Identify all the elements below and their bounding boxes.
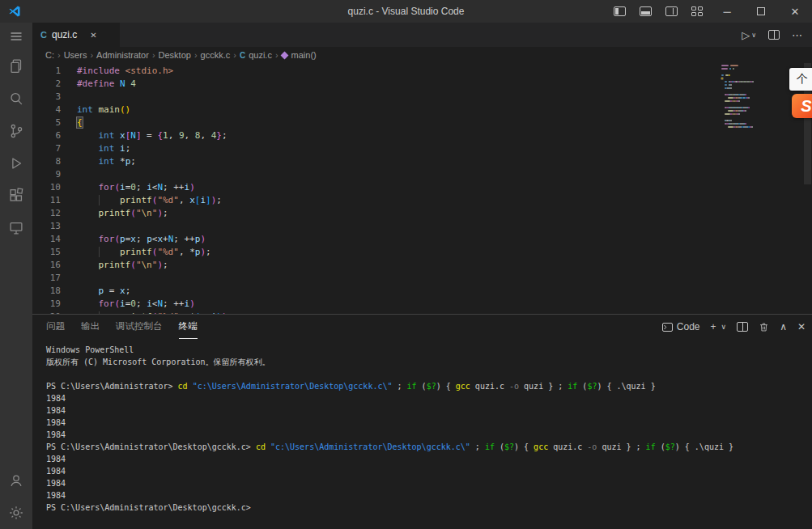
menu-icon[interactable]	[0, 23, 32, 50]
search-icon[interactable]	[0, 83, 32, 115]
new-terminal-button[interactable]: +	[711, 321, 716, 332]
maximize-button[interactable]	[744, 0, 778, 23]
tab-bar: C quzi.c ✕ ▷∨ ⋯	[32, 23, 812, 47]
code-line[interactable]: int i;	[77, 142, 812, 155]
close-button[interactable]: ✕	[778, 0, 812, 23]
line-number[interactable]: 4	[32, 104, 61, 116]
toggle-panel-icon[interactable]	[632, 0, 658, 23]
line-number[interactable]: 5	[32, 116, 61, 129]
breadcrumb-item[interactable]: C:	[45, 50, 54, 60]
more-actions-icon[interactable]: ⋯	[792, 29, 802, 41]
line-number[interactable]: 10	[32, 181, 61, 194]
accounts-icon[interactable]	[0, 464, 32, 497]
breadcrumb-label: C:	[45, 50, 54, 60]
code-line[interactable]: printf("%d", *(p+i));	[77, 311, 812, 314]
code-line[interactable]: printf("%d", x[i]);	[77, 194, 812, 207]
toggle-sidebar-icon[interactable]	[606, 0, 632, 23]
terminal-profile-button[interactable]: Code	[662, 321, 700, 332]
tab-close-icon[interactable]: ✕	[90, 31, 96, 40]
minimap-line	[721, 116, 799, 118]
line-number[interactable]: 14	[32, 233, 61, 246]
line-number[interactable]: 9	[32, 168, 61, 181]
code-line[interactable]: #include <stdio.h>	[77, 65, 812, 78]
panel-tab-debug-console[interactable]: 调试控制台	[116, 315, 163, 339]
code-line[interactable]: printf("\n");	[77, 207, 812, 220]
toggle-secondary-sidebar-icon[interactable]	[658, 0, 684, 23]
breadcrumb-item[interactable]: main()	[282, 50, 317, 60]
code-line[interactable]: printf("%d", *p);	[77, 246, 812, 259]
line-number[interactable]: 15	[32, 246, 61, 259]
editor[interactable]: 1234567891011121314151617181920 #include…	[32, 63, 812, 314]
code-line[interactable]: int *p;	[77, 155, 812, 168]
line-number[interactable]: 1	[32, 65, 61, 78]
explorer-icon[interactable]	[0, 50, 32, 83]
minimap-line	[721, 65, 799, 66]
code-line[interactable]: for(i=0; i<N; ++i)	[77, 298, 812, 311]
run-debug-icon[interactable]	[0, 147, 32, 180]
code-line[interactable]: int x[N] = {1, 9, 8, 4};	[77, 129, 812, 142]
line-number[interactable]: 3	[32, 91, 61, 104]
code-line[interactable]: #define N 4	[77, 78, 812, 91]
breadcrumb-item[interactable]: gcckk.c	[201, 50, 231, 60]
editor-group: C quzi.c ✕ ▷∨ ⋯ C:›Users›Administrator›D…	[32, 23, 812, 529]
breadcrumb-label: quzi.c	[249, 50, 272, 60]
vscode-window: quzi.c - Visual Studio Code ─ ✕	[0, 0, 812, 529]
remote-explorer-icon[interactable]	[0, 212, 32, 244]
minimap[interactable]	[721, 65, 799, 129]
line-number[interactable]: 20	[32, 311, 61, 314]
line-number[interactable]: 2	[32, 78, 61, 91]
terminal-line: PS C:\Users\Administrator> cd "c:\Users\…	[46, 380, 812, 392]
terminal-content[interactable]: Windows PowerShell版权所有 (C) Microsoft Cor…	[32, 339, 812, 529]
panel: 问题输出调试控制台终端 Code + ∨ ∧ ✕	[32, 314, 812, 529]
line-number[interactable]: 18	[32, 285, 61, 298]
breadcrumb-item[interactable]: Cquzi.c	[240, 50, 272, 60]
minimap-line	[721, 78, 799, 79]
code-line[interactable]: int main()	[77, 104, 812, 116]
terminal-line: 版权所有 (C) Microsoft Corporation。保留所有权利。	[46, 356, 812, 368]
breadcrumb-item[interactable]: Administrator	[96, 50, 149, 60]
terminal-profile-dropdown-icon[interactable]: ∨	[721, 323, 727, 331]
line-number[interactable]: 11	[32, 194, 61, 207]
code-line[interactable]	[77, 272, 812, 285]
panel-tab-terminal[interactable]: 终端	[179, 315, 198, 339]
line-number[interactable]: 6	[32, 129, 61, 142]
minimize-button[interactable]: ─	[710, 0, 744, 23]
c-file-icon: C	[240, 51, 245, 60]
extensions-icon[interactable]	[0, 180, 32, 212]
panel-tab-problems[interactable]: 问题	[46, 315, 65, 339]
breadcrumb-item[interactable]: Users	[64, 50, 87, 60]
maximize-panel-icon[interactable]: ∧	[780, 321, 787, 332]
split-terminal-icon[interactable]	[737, 322, 748, 332]
close-panel-icon[interactable]: ✕	[797, 321, 806, 332]
line-number[interactable]: 13	[32, 220, 61, 233]
panel-tab-output[interactable]: 输出	[81, 315, 100, 339]
code-line[interactable]: for(p=x; p<x+N; ++p)	[77, 233, 812, 246]
line-number[interactable]: 17	[32, 272, 61, 285]
source-control-icon[interactable]	[0, 115, 32, 147]
line-number[interactable]: 8	[32, 155, 61, 168]
code-line[interactable]: printf("\n");	[77, 259, 812, 272]
code-line[interactable]: {	[77, 116, 812, 129]
line-number[interactable]: 16	[32, 259, 61, 272]
line-number[interactable]: 7	[32, 142, 61, 155]
run-file-button[interactable]: ▷∨	[742, 29, 756, 41]
settings-gear-icon[interactable]	[0, 497, 32, 529]
minimap-line	[721, 94, 799, 95]
code-line[interactable]	[77, 168, 812, 181]
code-content[interactable]: #include <stdio.h>#define N 4int main(){…	[77, 63, 812, 314]
code-line[interactable]: for(i=0; i<N; ++i)	[77, 181, 812, 194]
line-number[interactable]: 12	[32, 207, 61, 220]
sogou-input-icon[interactable]: S	[792, 94, 812, 118]
code-line[interactable]	[77, 91, 812, 104]
line-number[interactable]: 19	[32, 298, 61, 311]
code-line[interactable]	[77, 220, 812, 233]
kill-terminal-icon[interactable]	[759, 322, 769, 332]
breadcrumb: C:›Users›Administrator›Desktop›gcckk.c›C…	[32, 47, 812, 63]
split-editor-icon[interactable]	[768, 30, 780, 40]
code-line[interactable]: p = x;	[77, 285, 812, 298]
breadcrumb-item[interactable]: Desktop	[159, 50, 191, 60]
vscode-logo-icon[interactable]	[0, 5, 29, 18]
customize-layout-icon[interactable]	[684, 0, 710, 23]
tab-quzi-c[interactable]: C quzi.c ✕	[32, 23, 120, 47]
terminal-line: Windows PowerShell	[46, 344, 812, 356]
